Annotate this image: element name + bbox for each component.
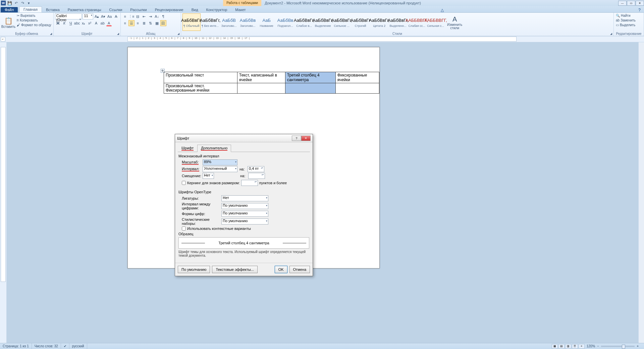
dialog-titlebar[interactable]: Шрифт ? ✕ <box>175 134 313 142</box>
undo-icon[interactable]: ↶ <box>14 1 18 5</box>
position-by-spin[interactable] <box>248 173 265 179</box>
style-item[interactable]: АаБбВвГг,Выделенн... <box>389 13 407 31</box>
clipboard-dialog-launcher[interactable]: ◢ <box>49 32 53 36</box>
number-spacing-combo[interactable]: По умолчанию <box>221 203 268 209</box>
underline-icon[interactable]: Ч <box>68 20 74 26</box>
find-button[interactable]: 🔍Найти <box>615 13 636 18</box>
borders-icon[interactable]: 田 <box>160 20 166 26</box>
tab-file[interactable]: Файл <box>1 7 18 12</box>
cut-button[interactable]: ✂Вырезать <box>16 13 52 18</box>
save-icon[interactable]: 💾 <box>7 1 12 5</box>
style-item[interactable]: ААББВВГГ,Сильная с... <box>427 13 445 31</box>
view-draft[interactable]: ≡ <box>579 344 585 349</box>
table-cell[interactable] <box>237 83 285 94</box>
table-cell[interactable]: Фиксированные ячейки <box>335 72 379 83</box>
copy-button[interactable]: ⎘Копировать <box>16 18 52 22</box>
scale-combo[interactable]: 89% <box>203 159 237 165</box>
tab-insert[interactable]: Вставка <box>42 7 64 12</box>
justify-icon[interactable]: ≣ <box>141 20 147 26</box>
line-spacing-icon[interactable]: ⇅ <box>148 20 154 26</box>
tab-view[interactable]: Вид <box>187 7 202 12</box>
style-item[interactable]: АаБбВвГг,¶ Обычный <box>182 13 201 31</box>
styles-dialog-launcher[interactable]: ◢ <box>609 32 613 36</box>
view-print-layout[interactable]: ▦ <box>552 344 558 349</box>
clear-formatting-icon[interactable]: A̶ <box>113 13 119 19</box>
change-styles-button[interactable]: A Изменить стили <box>445 13 464 32</box>
spacing-combo[interactable]: Уплотненный <box>203 166 237 172</box>
help-icon[interactable]: ? <box>637 8 642 12</box>
kerning-checkbox[interactable] <box>182 181 186 185</box>
strike-icon[interactable]: abc <box>74 20 80 26</box>
style-item[interactable]: АаБбВвГг,Цитата 2 <box>370 13 388 31</box>
text-effects-button[interactable]: Текстовые эффекты... <box>212 266 258 273</box>
style-item[interactable]: АаБбВвГгСтрогий <box>352 13 370 31</box>
dialog-tab-advanced[interactable]: Дополнительно <box>197 145 231 152</box>
decrease-indent-icon[interactable]: ⇤ <box>141 13 147 19</box>
style-gallery[interactable]: АаБбВвГг,¶ ОбычныйАаБбВвГг,¶ Без инте...… <box>182 13 445 32</box>
text-effects-icon[interactable]: A <box>93 20 99 26</box>
shading-icon[interactable]: ▦ <box>154 20 160 26</box>
style-item[interactable]: ААББВВГГ,Слабая сс... <box>408 13 426 31</box>
tab-design[interactable]: Конструктор <box>202 7 231 12</box>
style-item[interactable]: АаБбВвГг,Сильное ... <box>333 13 351 31</box>
minimize-button[interactable]: — <box>618 1 627 6</box>
vertical-ruler[interactable] <box>1 47 6 282</box>
contextual-checkbox[interactable] <box>182 227 186 231</box>
tab-page-layout[interactable]: Разметка страницы <box>64 7 105 12</box>
table-cell[interactable]: Произвольный текст. Фиксированные ячейки <box>164 83 237 94</box>
tab-selector[interactable]: ⌐ <box>1 37 5 42</box>
font-size-combo[interactable]: 11 <box>83 13 93 19</box>
redo-icon[interactable]: ↷ <box>20 1 25 5</box>
table-cell[interactable] <box>335 83 379 94</box>
font-dialog-launcher[interactable]: ◢ <box>116 32 120 36</box>
sort-icon[interactable]: A↓ <box>154 13 160 19</box>
dialog-close-button[interactable]: ✕ <box>301 136 311 141</box>
qat-customize-icon[interactable]: ▾ <box>26 1 31 5</box>
paragraph-dialog-launcher[interactable]: ◢ <box>176 32 180 36</box>
bullets-icon[interactable]: ≡ <box>122 13 128 19</box>
table-cell-selected[interactable]: Третий столбец 4 сантиметра <box>285 72 335 83</box>
tab-mailings[interactable]: Рассылки <box>126 7 151 12</box>
kerning-size-spin[interactable] <box>241 180 258 186</box>
style-item[interactable]: АаБбВвЗаголово... <box>239 13 257 31</box>
grow-font-icon[interactable]: A▴ <box>94 13 100 19</box>
show-marks-icon[interactable]: ¶ <box>160 13 166 19</box>
change-case-icon[interactable]: Aa <box>107 13 113 19</box>
maximize-button[interactable]: ▭ <box>627 1 635 6</box>
style-item[interactable]: АаБНазвание <box>258 13 276 31</box>
position-combo[interactable]: Нет <box>203 173 214 179</box>
font-color-icon[interactable]: A <box>106 20 112 26</box>
tab-home[interactable]: Главная <box>19 6 42 12</box>
table-cell[interactable]: Произвольный текст <box>164 72 237 83</box>
zoom-level[interactable]: 120% <box>585 344 597 348</box>
spacing-by-spin[interactable]: 0,4 пт <box>248 166 264 172</box>
paste-button[interactable]: 📋 Вставить <box>1 13 15 32</box>
dialog-tab-font[interactable]: Шрифт <box>178 145 197 152</box>
zoom-in-icon[interactable]: + <box>637 344 639 348</box>
multilevel-icon[interactable]: ⊟ <box>135 13 141 19</box>
table-cell[interactable]: Текст, написанный в ячейке <box>237 72 285 83</box>
tab-references[interactable]: Ссылки <box>105 7 126 12</box>
style-item[interactable]: АаБбВвПодзагол... <box>276 13 294 31</box>
increase-indent-icon[interactable]: ⇥ <box>148 13 154 19</box>
view-fullscreen[interactable]: ▤ <box>558 344 565 349</box>
tab-layout[interactable]: Макет <box>231 7 250 12</box>
style-item[interactable]: АаБбВвГг,Слабое в... <box>295 13 313 31</box>
view-outline[interactable]: ☰ <box>572 344 578 349</box>
number-forms-combo[interactable]: По умолчанию <box>221 211 268 217</box>
align-center-icon[interactable]: ☰ <box>128 20 135 26</box>
table-row[interactable]: Произвольный текст Текст, написанный в я… <box>164 72 379 83</box>
document-table[interactable]: Произвольный текст Текст, написанный в я… <box>164 72 379 94</box>
status-page[interactable]: Страница: 1 из 1 <box>0 343 32 349</box>
view-web[interactable]: ▥ <box>565 344 571 349</box>
select-button[interactable]: ▭Выделить <box>615 23 636 27</box>
subscript-icon[interactable]: x₂ <box>80 20 87 26</box>
style-item[interactable]: АаБбВвГг,¶ Без инте... <box>201 13 219 31</box>
ligatures-combo[interactable]: Нет <box>221 195 268 201</box>
stylistic-sets-combo[interactable]: По умолчанию <box>221 218 268 225</box>
style-item[interactable]: АаБбВЗаголово... <box>220 13 238 31</box>
set-default-button[interactable]: По умолчанию <box>178 266 210 273</box>
table-cell-selected[interactable] <box>285 83 335 94</box>
status-language[interactable]: русский <box>69 343 87 349</box>
status-words[interactable]: Число слов: 32 <box>32 343 61 349</box>
